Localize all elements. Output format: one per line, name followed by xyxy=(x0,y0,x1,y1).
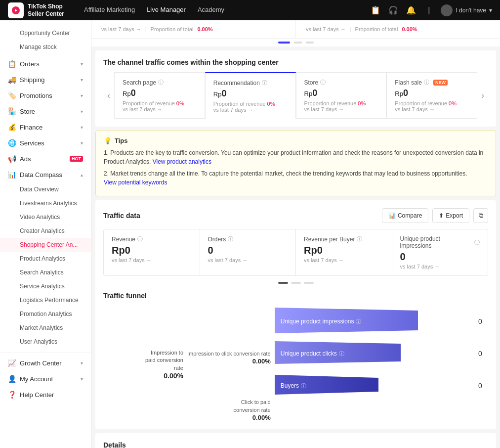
sidebar-item-market-analytics[interactable]: Market Analytics xyxy=(0,321,91,335)
sidebar-item-store[interactable]: 🏪 Store ▾ xyxy=(0,103,91,119)
store-tab-info-icon[interactable]: ⓘ xyxy=(320,79,326,86)
sidebar-item-growth-center[interactable]: 📈 Growth Center ▾ xyxy=(0,353,91,371)
copy-icon: ⧉ xyxy=(479,212,483,220)
funnel-bar-2-count: 0 xyxy=(478,350,488,358)
sidebar-services-label: Services xyxy=(20,139,77,147)
data-compass-submenu: Data Overview Livestreams Analytics Vide… xyxy=(0,182,91,349)
channel-next-arrow[interactable]: › xyxy=(477,72,488,119)
sidebar-item-video-analytics[interactable]: Video Analytics xyxy=(0,210,91,224)
tips-item-1: 1. Products are the key to traffic conve… xyxy=(104,148,488,166)
traffic-data-title: Traffic data xyxy=(103,212,140,220)
my-account-chevron-icon: ▾ xyxy=(81,376,83,382)
sidebar-item-my-account[interactable]: 👤 My Account ▾ xyxy=(0,371,91,387)
revenue-info-icon[interactable]: ⓘ xyxy=(137,235,143,243)
top-metric-2-vs: vs last 7 days → | Proportion of total 0… xyxy=(306,26,490,32)
upi-info-icon[interactable]: ⓘ xyxy=(474,239,480,246)
sidebar-item-services[interactable]: 🌐 Services ▾ xyxy=(0,135,91,151)
sidebar-my-account-label: My Account xyxy=(20,375,77,383)
services-icon: 🌐 xyxy=(8,139,16,147)
funnel-rate-1: 0.00% xyxy=(103,372,183,380)
sidebar-item-shopping-center-an[interactable]: Shopping Center An... xyxy=(0,238,91,252)
nav-affiliate-marketing[interactable]: Affiliate Marketing xyxy=(84,4,135,16)
nav-academy[interactable]: Academy xyxy=(198,4,224,16)
nav-live-manager[interactable]: Live Manager xyxy=(147,4,186,16)
growth-center-chevron-icon: ▾ xyxy=(81,360,83,366)
rpb-value: Rp0 xyxy=(304,245,384,256)
tips-item-2-number: 2. xyxy=(104,170,110,177)
sidebar-item-ads[interactable]: 📢 Ads HOT xyxy=(0,151,91,167)
store-chevron-icon: ▾ xyxy=(81,109,83,114)
sidebar: Opportunity Center Manage stock 📋 Orders… xyxy=(0,20,91,448)
sidebar-promotions-label: Promotions xyxy=(20,92,77,99)
bar3-info-icon[interactable]: ⓘ xyxy=(301,382,306,389)
channel-tab-rec-value: Rp0 xyxy=(213,89,288,99)
logo-area[interactable]: TikTok Shop Seller Center xyxy=(8,2,64,18)
sidebar-top-section: Opportunity Center Manage stock xyxy=(0,24,91,56)
revenue-value: Rp0 xyxy=(112,245,192,256)
funnel-bar-row-1: Unique product impressions ⓘ 0 xyxy=(275,308,488,335)
search-info-icon[interactable]: ⓘ xyxy=(158,79,164,86)
bar1-info-icon[interactable]: ⓘ xyxy=(356,317,361,325)
notification-icon[interactable]: 📋 xyxy=(370,4,381,16)
channel-traffic-section: The channel traffic comes within the sho… xyxy=(95,50,496,127)
sidebar-item-data-compass[interactable]: 📊 Data Compass ▴ xyxy=(0,167,91,182)
dot-indicator-1[interactable] xyxy=(291,282,301,284)
view-product-analytics-link[interactable]: View product analytics xyxy=(153,158,211,165)
nav-right: 📋 🎧 🔔 | I don't have ▾ xyxy=(370,4,492,16)
sidebar-item-livestreams-analytics[interactable]: Livestreams Analytics xyxy=(0,196,91,210)
export-button[interactable]: ⬆ Export xyxy=(432,208,469,223)
sidebar-item-creator-analytics[interactable]: Creator Analytics xyxy=(0,224,91,238)
sidebar-item-manage-stock[interactable]: Manage stock xyxy=(0,40,91,54)
sidebar-item-promotions[interactable]: 🏷️ Promotions ▾ xyxy=(0,88,91,103)
sidebar-item-orders[interactable]: 📋 Orders ▾ xyxy=(0,56,91,72)
bell-icon[interactable]: 🔔 xyxy=(405,4,417,16)
sidebar-item-user-analytics[interactable]: User Analytics xyxy=(0,335,91,349)
channel-traffic-title: The channel traffic comes within the sho… xyxy=(103,58,488,66)
sidebar-item-service-analytics[interactable]: Service Analytics xyxy=(0,279,91,293)
tips-item-2-text: Market trends change all the time. To ca… xyxy=(110,170,467,177)
headset-icon[interactable]: 🎧 xyxy=(387,4,399,16)
bar2-info-icon[interactable]: ⓘ xyxy=(339,350,344,357)
store-icon: 🏪 xyxy=(8,107,16,115)
channel-tab-recommendation[interactable]: Recommendation ⓘ Rp0 Proportion of reven… xyxy=(205,72,296,119)
top-tab-dots xyxy=(91,39,500,46)
sidebar-item-data-overview[interactable]: Data Overview xyxy=(0,182,91,196)
channel-tab-search-name: Search page xyxy=(123,79,156,86)
flash-info-icon[interactable]: ⓘ xyxy=(424,79,429,86)
copy-button[interactable]: ⧉ xyxy=(473,208,488,223)
tips-title: Tips xyxy=(115,137,128,144)
view-potential-keywords-link[interactable]: View potential keywords xyxy=(104,179,167,186)
dot-indicator-0[interactable] xyxy=(278,282,288,284)
sidebar-item-search-analytics[interactable]: Search Analytics xyxy=(0,266,91,279)
sidebar-item-shipping[interactable]: 🚚 Shipping ▾ xyxy=(0,72,91,88)
funnel-bar-3-wrapper: Buyers ⓘ xyxy=(275,372,472,399)
funnel-mid-labels: Impression to click conversion rate 0.00… xyxy=(187,308,275,421)
channel-tab-flashsale[interactable]: Flash sale ⓘ NEW Rp0 Proportion of reven… xyxy=(386,72,477,119)
dot-indicators xyxy=(103,282,488,284)
nav-links: Affiliate Marketing Live Manager Academy xyxy=(84,4,358,16)
funnel-mid-label-2: Click to paidconversion rate 0.00% xyxy=(187,399,271,421)
compare-button[interactable]: 📊 Compare xyxy=(382,208,428,223)
sidebar-item-help-center[interactable]: ❓ Help Center xyxy=(0,387,91,403)
sidebar-item-opportunity-center[interactable]: Opportunity Center xyxy=(0,26,91,40)
channel-prev-arrow[interactable]: ‹ xyxy=(103,72,114,119)
orders-label: Orders xyxy=(208,236,226,243)
rec-proportion: Proportion of revenue 0% xyxy=(213,101,275,107)
upi-label: Unique product impressions xyxy=(400,235,473,249)
dot-indicator-2[interactable] xyxy=(304,282,314,284)
channel-tab-store[interactable]: Store ⓘ Rp0 Proportion of revenue 0% vs … xyxy=(296,72,387,119)
sidebar-item-logistics-performance[interactable]: Logistics Performance xyxy=(0,293,91,307)
services-chevron-icon: ▾ xyxy=(81,140,83,146)
rec-info-icon[interactable]: ⓘ xyxy=(262,79,267,87)
sidebar-item-promotion-analytics[interactable]: Promotion Analytics xyxy=(0,307,91,321)
sidebar-store-label: Store xyxy=(20,108,77,115)
rpb-info-icon[interactable]: ⓘ xyxy=(357,235,362,243)
funnel-mid-label-1: Impression to click conversion rate 0.00… xyxy=(187,350,271,365)
sidebar-item-finance[interactable]: 💰 Finance ▾ xyxy=(0,119,91,135)
funnel-bar-1-label: Unique product impressions ⓘ xyxy=(281,317,362,325)
channel-tab-search[interactable]: Search page ⓘ Rp0 Proportion of revenue … xyxy=(114,72,205,119)
orders-info-icon[interactable]: ⓘ xyxy=(228,235,233,243)
user-area[interactable]: I don't have ▾ xyxy=(441,4,492,16)
tips-icon: 💡 xyxy=(104,137,112,144)
sidebar-item-product-analytics[interactable]: Product Analytics xyxy=(0,252,91,266)
